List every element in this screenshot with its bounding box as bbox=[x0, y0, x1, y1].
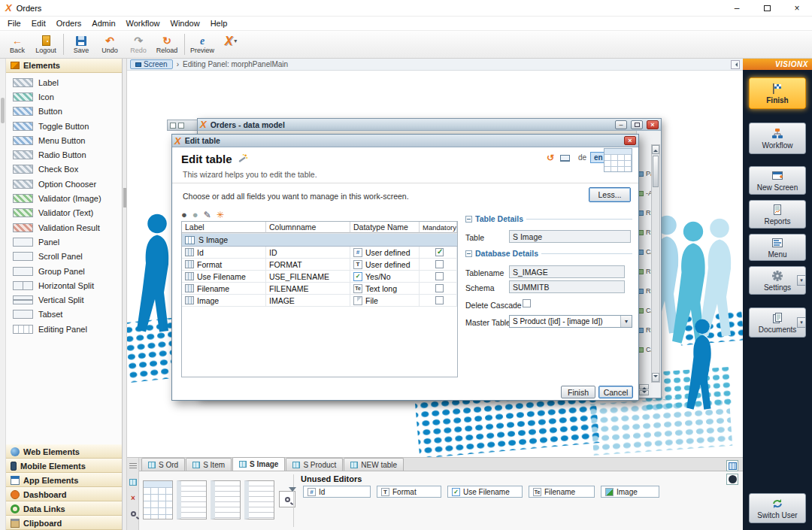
layout-thumbnail-form[interactable] bbox=[211, 480, 241, 519]
menu-help[interactable]: Help bbox=[205, 17, 233, 29]
menu-file[interactable]: File bbox=[2, 17, 26, 29]
element-item-validation-result[interactable]: Validation Result bbox=[6, 220, 122, 235]
layout-thumbnail-grid[interactable] bbox=[143, 480, 173, 519]
element-item-option-chooser[interactable]: Option Chooser bbox=[6, 177, 122, 191]
element-item-horizontal-split[interactable]: Horizontal Split bbox=[6, 278, 122, 292]
column-header[interactable]: Columnname bbox=[266, 222, 350, 233]
table-details-section[interactable]: Table Details bbox=[465, 214, 632, 223]
save-button[interactable]: Save bbox=[67, 32, 95, 57]
element-item-vertical-split[interactable]: Vertical Split bbox=[6, 292, 122, 307]
edit-field-icon[interactable]: ✎ bbox=[204, 210, 211, 220]
close-button[interactable]: × bbox=[782, 0, 812, 17]
drag-handle-icon[interactable] bbox=[129, 462, 138, 471]
grid-view-icon[interactable] bbox=[129, 477, 138, 486]
menu-workflow[interactable]: Workflow bbox=[121, 17, 165, 29]
unused-editor-use-filename[interactable]: ✓Use Filename bbox=[447, 486, 523, 498]
spinner-down-button[interactable] bbox=[639, 390, 649, 395]
magic-field-icon[interactable]: ✳ bbox=[217, 210, 224, 220]
visionx-workflow-button[interactable]: Workflow bbox=[749, 123, 806, 154]
mandatory-checkbox[interactable] bbox=[435, 260, 444, 268]
history-icon[interactable]: ↺ bbox=[547, 153, 554, 163]
tab-s-image[interactable]: S Image bbox=[232, 457, 285, 471]
sidebar-section-data-links[interactable]: Data Links bbox=[6, 501, 122, 516]
monitor-icon[interactable] bbox=[560, 155, 570, 162]
tab-new-table[interactable]: NEW table bbox=[344, 458, 404, 471]
element-item-check-box[interactable]: Check Box bbox=[6, 162, 122, 177]
element-item-radio-button[interactable]: Radio Button bbox=[6, 147, 122, 162]
finish-button[interactable]: Finish bbox=[561, 386, 595, 398]
element-item-button[interactable]: Button bbox=[6, 104, 122, 119]
element-item-group-panel[interactable]: Group Panel bbox=[6, 264, 122, 278]
element-item-icon[interactable]: Icon bbox=[6, 89, 122, 104]
delete-icon[interactable]: × bbox=[129, 493, 138, 502]
sidebar-section-mobile-elements[interactable]: Mobile Elements bbox=[6, 459, 122, 473]
design-canvas[interactable]: X Orders - data model – × w Pa -A RI: RI… bbox=[127, 71, 743, 457]
filter-icon[interactable] bbox=[289, 487, 296, 495]
collapse-expander-icon[interactable] bbox=[465, 250, 472, 257]
left-collapse-strip[interactable] bbox=[0, 59, 6, 530]
mandatory-checkbox[interactable] bbox=[435, 284, 444, 292]
table-row[interactable]: Id ID #User defined bbox=[182, 247, 457, 259]
sidebar-section-clipboard[interactable]: Clipboard bbox=[6, 516, 122, 530]
remove-field-icon[interactable]: ● bbox=[192, 209, 198, 220]
logout-button[interactable]: Logout bbox=[32, 32, 60, 57]
lang-de-button[interactable]: de bbox=[578, 153, 586, 162]
unused-editor-image[interactable]: Image bbox=[601, 486, 659, 498]
element-item-toggle-button[interactable]: Toggle Button bbox=[6, 119, 122, 133]
visionx-reports-button[interactable]: Reports bbox=[749, 200, 806, 229]
undo-button[interactable]: ↶ Undo bbox=[95, 32, 124, 57]
scroll-down-button[interactable] bbox=[652, 373, 659, 382]
switch-user-button[interactable]: Switch User bbox=[749, 493, 806, 523]
visionx-documents-button[interactable]: Documents ▾ bbox=[749, 307, 806, 338]
tab-s-ord[interactable]: S Ord bbox=[141, 458, 185, 471]
redo-button[interactable]: ↷ Redo bbox=[124, 32, 153, 57]
table-row[interactable]: Format FORMAT TUser defined bbox=[182, 259, 457, 271]
column-header[interactable]: Label bbox=[182, 222, 266, 233]
data-model-close-button[interactable]: × bbox=[647, 120, 659, 129]
tab-s-item[interactable]: S Item bbox=[186, 458, 232, 471]
menu-orders[interactable]: Orders bbox=[51, 17, 87, 29]
unused-editor-id[interactable]: #Id bbox=[303, 486, 371, 498]
table-row[interactable]: Image IMAGE File bbox=[182, 295, 457, 307]
table-group-row[interactable]: S Image bbox=[182, 234, 457, 247]
minimize-button[interactable]: – bbox=[722, 0, 752, 17]
column-header[interactable]: Datatype Name bbox=[350, 222, 420, 233]
visionx-menu-button[interactable]: X ▾ bbox=[217, 32, 245, 57]
back-button[interactable]: ← Back bbox=[3, 32, 32, 57]
menu-window[interactable]: Window bbox=[165, 17, 205, 29]
element-item-validator-text[interactable]: Validator (Text) bbox=[6, 206, 122, 220]
element-item-validator-image[interactable]: Validator (Image) bbox=[6, 191, 122, 205]
record-view-button[interactable] bbox=[726, 474, 738, 485]
layout-thumbnail-form[interactable] bbox=[244, 480, 274, 519]
collapse-expander-icon[interactable] bbox=[465, 216, 472, 223]
vertical-scrollbar[interactable] bbox=[651, 144, 660, 383]
master-table-dropdown[interactable]: S Product ([id] - [image Id]) ▾ bbox=[509, 315, 632, 328]
layout-thumbnail-form[interactable] bbox=[177, 480, 207, 519]
table-name-input[interactable]: S Image bbox=[509, 230, 631, 243]
less-button[interactable]: Less... bbox=[589, 187, 631, 202]
element-item-menu-button[interactable]: Menu Button bbox=[6, 133, 122, 147]
element-item-scroll-panel[interactable]: Scroll Panel bbox=[6, 250, 122, 264]
data-model-minimize-button[interactable]: – bbox=[615, 120, 627, 129]
mandatory-checkbox[interactable] bbox=[435, 272, 444, 280]
table-row[interactable]: Use Filename USE_FILENAME ✓Yes/No bbox=[182, 271, 457, 283]
visionx-new-screen-button[interactable]: New Screen bbox=[749, 166, 806, 195]
edit-table-dialog[interactable]: X Edit table × Edit table This wizard he… bbox=[171, 134, 639, 401]
menu-admin[interactable]: Admin bbox=[86, 17, 120, 29]
add-field-icon[interactable]: ● bbox=[181, 209, 187, 220]
element-item-label[interactable]: Label bbox=[6, 75, 122, 89]
column-header[interactable]: Mandatory bbox=[420, 222, 457, 233]
mandatory-checkbox[interactable] bbox=[435, 296, 444, 304]
tablename-input[interactable]: S_IMAGE bbox=[509, 265, 625, 278]
visionx-finish-button[interactable]: Finish bbox=[749, 77, 806, 109]
element-item-editing-panel[interactable]: Editing Panel bbox=[6, 322, 122, 336]
dialog-close-button[interactable]: × bbox=[624, 136, 636, 145]
mandatory-checkbox[interactable] bbox=[435, 248, 444, 256]
reload-button[interactable]: ↻ Reload bbox=[153, 32, 181, 57]
sidebar-section-app-elements[interactable]: App Elements bbox=[6, 473, 122, 487]
splitter-handle[interactable] bbox=[123, 188, 126, 207]
delete-cascade-checkbox[interactable] bbox=[523, 299, 531, 307]
maximize-button[interactable] bbox=[752, 0, 782, 17]
schema-input[interactable]: SUMMITB bbox=[509, 280, 625, 293]
scrollbar-thumb[interactable] bbox=[653, 156, 659, 187]
